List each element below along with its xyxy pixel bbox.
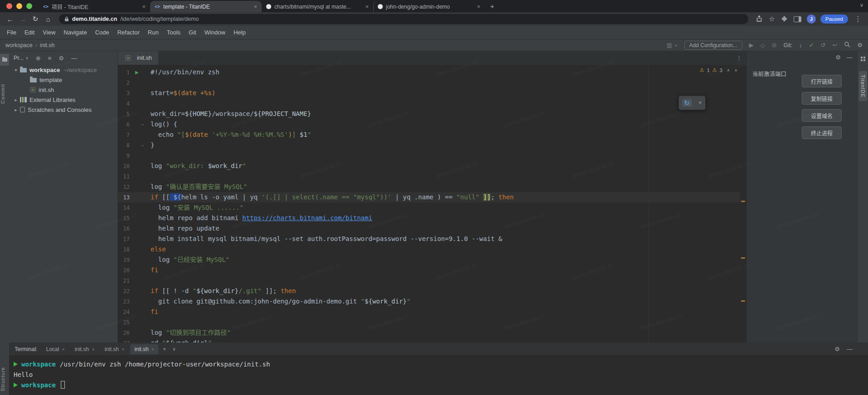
code-line[interactable]: }	[147, 140, 740, 150]
tab-close-icon[interactable]: ×	[122, 347, 124, 352]
share-icon[interactable]	[754, 15, 765, 23]
code-line[interactable]: #!/usr/bin/env zsh	[147, 67, 740, 77]
tree-expander-icon[interactable]: ▾	[13, 67, 19, 72]
tab-close-icon[interactable]: ×	[254, 4, 257, 10]
grid-tool-icon[interactable]	[861, 57, 863, 58]
port-action-button[interactable]: 终止进程	[802, 126, 842, 139]
code-line[interactable]: log "切换到项目工作路径"	[147, 328, 740, 338]
code-line[interactable]	[147, 77, 740, 88]
side-panel-icon[interactable]	[794, 16, 801, 22]
menu-code[interactable]: Code	[91, 29, 113, 36]
tree-expander-icon[interactable]: ▸	[13, 107, 19, 112]
code-editor[interactable]: 1▶23456−78−91011121314151617181920212223…	[118, 65, 746, 342]
code-line[interactable]: fi	[147, 307, 740, 317]
inspections-widget[interactable]: ⚠ 1 ⚠ 3 ∧ ∨	[700, 67, 737, 73]
next-issue-icon[interactable]: ∨	[734, 68, 737, 72]
devices-icon[interactable]: ▥	[667, 42, 672, 48]
address-bar[interactable]: demo.titanide.cn /ide/web/coding/templat…	[59, 14, 748, 24]
tree-item[interactable]: ▸Scratches and Consoles	[9, 105, 117, 115]
terminal-dropdown-icon[interactable]: ∨	[171, 347, 177, 352]
close-popup-icon[interactable]: ×	[698, 100, 702, 106]
tab-close-icon[interactable]: ×	[151, 347, 154, 352]
profile-avatar[interactable]: J	[807, 14, 816, 24]
menu-git[interactable]: Git	[185, 29, 200, 36]
tab-close-icon[interactable]: ×	[142, 4, 146, 10]
tab-close-icon[interactable]: ×	[477, 4, 480, 10]
hide-panel-icon[interactable]: —	[71, 55, 77, 62]
devices-dropdown-icon[interactable]: ∨	[674, 43, 678, 48]
collapse-all-icon[interactable]: ≡	[48, 55, 52, 62]
tree-expander-icon[interactable]: ▸	[13, 97, 19, 102]
tab-close-icon[interactable]: ×	[62, 347, 64, 352]
code-line[interactable]: helm repo update	[147, 223, 740, 234]
scrollbar-warning-mark[interactable]	[741, 300, 745, 302]
hide-terminal-icon[interactable]: —	[847, 346, 853, 352]
code-line[interactable]: cd "${work_dir}"	[147, 338, 740, 342]
terminal-tab[interactable]: init.sh×	[101, 344, 129, 354]
code-line[interactable]: log "work_dir: $work_dir"	[147, 161, 740, 171]
scrollbar-warning-mark[interactable]	[741, 201, 745, 202]
ports-settings-icon[interactable]: ⚙	[835, 54, 841, 61]
terminal-settings-icon[interactable]: ⚙	[834, 346, 840, 352]
editor-tab-init-sh[interactable]: > init.sh	[118, 51, 158, 65]
menu-refactor[interactable]: Refactor	[113, 29, 144, 36]
port-action-button[interactable]: 复制链接	[802, 92, 842, 105]
debug-button[interactable]: ◇	[761, 42, 765, 48]
panel-options-icon[interactable]: ⚙	[59, 55, 64, 62]
reload-icon[interactable]: ↻	[30, 15, 41, 23]
back-icon[interactable]: ←	[5, 15, 15, 23]
fold-icon[interactable]: −	[130, 122, 145, 127]
code-line[interactable]: log "安装 MySQL ......"	[147, 202, 740, 213]
search-everywhere-icon[interactable]	[844, 41, 850, 49]
tree-item[interactable]: ▸External Libraries	[9, 95, 117, 105]
stop-button[interactable]: ⊘	[772, 42, 777, 48]
browser-tab[interactable]: charts/bitnami/mysql at maste...×	[262, 1, 373, 12]
code-line[interactable]: fi	[147, 265, 740, 275]
forward-icon[interactable]: →	[17, 15, 28, 23]
menu-navigate[interactable]: Navigate	[59, 29, 91, 36]
fullscreen-window-button[interactable]	[26, 3, 32, 9]
code-line[interactable]	[147, 98, 740, 109]
close-window-button[interactable]	[6, 3, 12, 9]
editor-tab-options-icon[interactable]: ⋮	[736, 55, 746, 62]
menu-view[interactable]: View	[39, 29, 59, 36]
code-line[interactable]: log() {	[147, 119, 740, 130]
code-line[interactable]: log "确认是否需要安装 MySQL"	[147, 182, 740, 192]
terminal-cursor[interactable]	[61, 381, 65, 389]
titanide-tool-button[interactable]: TitanIDE	[859, 71, 867, 101]
git-history-icon[interactable]: ↩	[832, 42, 837, 48]
code-line[interactable]	[147, 171, 740, 182]
tab-search-icon[interactable]: ∨	[860, 2, 863, 8]
project-view-dropdown-icon[interactable]: ∨	[25, 56, 29, 60]
menu-help[interactable]: Help	[229, 29, 250, 36]
code-line[interactable]: start=$(date +%s)	[147, 88, 740, 98]
code-line[interactable]: log "已经安装 MySQL"	[147, 255, 740, 265]
code-line[interactable]: work_dir=${HOME}/workspace/${PROJECT_NAM…	[147, 109, 740, 119]
run-button[interactable]: ▶	[749, 42, 754, 48]
code-line[interactable]	[147, 150, 740, 161]
chrome-menu-icon[interactable]: ⋮	[853, 15, 863, 23]
code-line[interactable]: helm repo add bitnami https://charts.bit…	[147, 213, 740, 223]
run-line-icon[interactable]: ▶	[130, 70, 145, 75]
add-configuration-button[interactable]: Add Configuration...	[684, 41, 742, 50]
scrollbar-warning-mark[interactable]	[741, 257, 745, 259]
menu-window[interactable]: Window	[200, 29, 229, 36]
breadcrumb-file[interactable]: init.sh	[40, 42, 55, 48]
terminal-tab[interactable]: Local×	[42, 344, 69, 354]
hide-ports-panel-icon[interactable]: —	[847, 54, 853, 61]
browser-tab[interactable]: john-deng/go-admin-demo×	[373, 1, 485, 12]
tree-item[interactable]: ▾workspace~/workspace	[9, 65, 117, 75]
git-rollback-icon[interactable]: ↺	[821, 42, 826, 48]
browser-tab[interactable]: <>template - TitanIDE×	[150, 1, 262, 12]
terminal-tab[interactable]: init.sh×	[130, 344, 158, 354]
terminal-output[interactable]: workspace/usr/bin/env zsh /home/projecto…	[9, 355, 868, 395]
breadcrumb-workspace[interactable]: workspace	[5, 42, 33, 48]
locate-file-icon[interactable]: ⊕	[36, 55, 41, 62]
menu-tools[interactable]: Tools	[163, 29, 185, 36]
menu-file[interactable]: File	[3, 29, 20, 36]
code-line[interactable]: if [[ ! -d "${work_dir}/.git" ]]; then	[147, 286, 740, 296]
browser-tab[interactable]: <>项目 - TitanIDE×	[39, 1, 150, 12]
code-line[interactable]: git clone git@github.com:john-deng/go-ad…	[147, 296, 740, 307]
extensions-puzzle-icon[interactable]	[779, 15, 790, 23]
structure-tool-button[interactable]: Structure	[0, 367, 9, 391]
